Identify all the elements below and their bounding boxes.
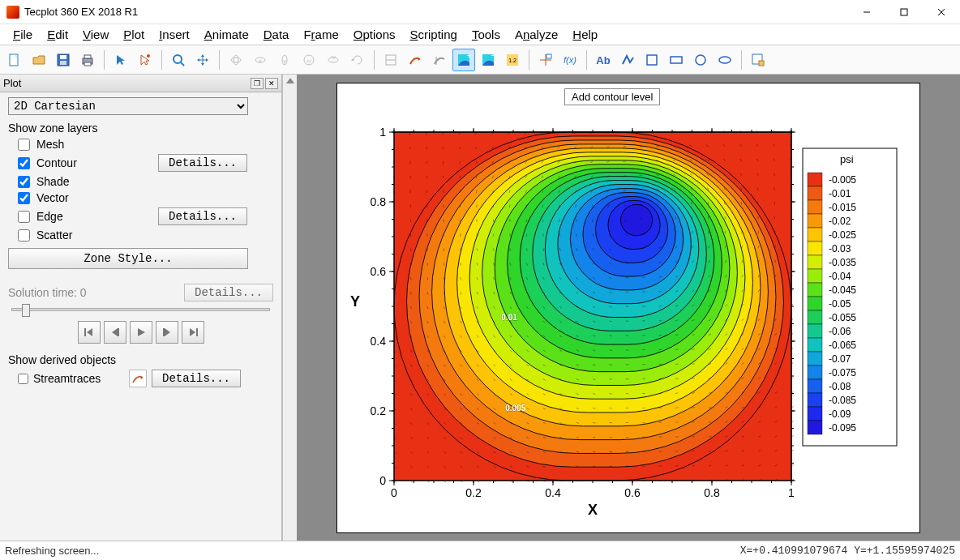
square-tool[interactable] (641, 49, 663, 71)
plot-canvas-area: Add contour level 0.010.00500.20.40.60.8… (297, 75, 960, 541)
menu-options[interactable]: Options (347, 26, 402, 43)
svg-text:-0.09: -0.09 (829, 408, 851, 420)
menu-scripting[interactable]: Scripting (404, 26, 464, 43)
streamtrace-icon[interactable] (129, 370, 147, 387)
svg-point-16 (231, 58, 241, 62)
svg-text:0.6: 0.6 (371, 265, 387, 278)
text-tool[interactable]: Ab (592, 49, 615, 71)
zone-style-button[interactable]: Zone Style... (8, 248, 248, 269)
save-button[interactable] (52, 49, 75, 71)
svg-text:0.2: 0.2 (371, 404, 387, 417)
svg-rect-875 (808, 393, 822, 407)
plot-type-select[interactable]: 2D Cartesian (8, 97, 248, 115)
mesh-checkbox[interactable] (18, 139, 30, 151)
new-layout-button[interactable] (3, 49, 26, 71)
solution-time-label: Solution time: 0 (8, 286, 184, 299)
translate-tool[interactable] (191, 49, 214, 71)
svg-text:-0.025: -0.025 (829, 229, 856, 241)
rotate-z-tool[interactable]: xy (322, 49, 345, 71)
menu-frame[interactable]: Frame (297, 26, 345, 43)
panel-float-button[interactable]: ❐ (251, 78, 264, 89)
rectangle-tool[interactable] (665, 49, 688, 71)
probe-tool[interactable] (534, 49, 557, 71)
contour-label: Contour (36, 156, 158, 169)
select-tool[interactable] (109, 49, 132, 71)
rotate-x-tool[interactable]: x (249, 49, 272, 71)
circle-tool[interactable] (689, 49, 712, 71)
menu-animate[interactable]: Animate (198, 26, 255, 43)
edge-details-button[interactable]: Details... (158, 207, 247, 225)
rotate-tool[interactable] (225, 49, 247, 71)
playback-first[interactable] (78, 321, 101, 344)
svg-rect-865 (808, 324, 822, 338)
adjust-tool[interactable] (134, 49, 156, 71)
svg-point-42 (696, 55, 705, 65)
plot-frame[interactable]: Add contour level 0.010.00500.20.40.60.8… (336, 83, 920, 533)
scatter-checkbox[interactable] (18, 229, 30, 242)
menu-plot[interactable]: Plot (117, 26, 151, 43)
contour-labels-tool[interactable]: 1.2 (501, 49, 524, 71)
playback-play[interactable] (130, 321, 152, 344)
svg-text:-0.03: -0.03 (829, 243, 851, 254)
playback-next[interactable] (156, 321, 178, 344)
print-button[interactable] (76, 49, 99, 71)
menu-data[interactable]: Data (257, 26, 296, 43)
menu-insert[interactable]: Insert (152, 26, 196, 43)
time-slider[interactable] (11, 308, 270, 311)
new-frame-tool[interactable] (747, 49, 769, 71)
svg-text:-0.035: -0.035 (829, 257, 856, 268)
minimize-button[interactable] (848, 0, 885, 24)
streamtraces-checkbox[interactable] (18, 374, 28, 384)
tool-tooltip: Add contour level (564, 88, 660, 105)
remove-contour-level-tool[interactable]: − (477, 49, 499, 71)
app-title: Tecplot 360 EX 2018 R1 (24, 6, 138, 18)
contour-details-button[interactable]: Details... (158, 154, 247, 172)
layer-contour-row: Contour Details... (18, 154, 273, 172)
menu-file[interactable]: File (6, 26, 39, 43)
close-button[interactable] (923, 0, 960, 24)
svg-rect-843 (808, 173, 822, 186)
svg-rect-859 (808, 283, 822, 297)
edge-checkbox[interactable] (18, 211, 30, 223)
playback-prev[interactable] (104, 321, 126, 344)
menu-edit[interactable]: Edit (41, 26, 75, 43)
svg-rect-45 (759, 61, 764, 66)
line-tool[interactable] (616, 49, 639, 71)
equation-tool[interactable]: f(x) (559, 49, 581, 71)
shade-checkbox[interactable] (18, 176, 30, 188)
svg-rect-857 (808, 269, 822, 283)
svg-text:x: x (259, 58, 262, 64)
streamtraces-details-button[interactable]: Details... (152, 370, 241, 387)
show-zone-layers-label: Show zone layers (8, 122, 273, 135)
menu-analyze[interactable]: Analyze (508, 26, 564, 43)
rotate-y-tool[interactable]: y (273, 49, 296, 71)
time-slider-thumb[interactable] (22, 304, 30, 317)
streamtrace-rake-tool[interactable] (428, 49, 451, 71)
svg-text:-0.045: -0.045 (829, 284, 856, 296)
svg-line-13 (181, 62, 184, 66)
rotate-xy-tool[interactable]: xy (298, 49, 320, 71)
menu-view[interactable]: View (76, 26, 115, 43)
solution-details-button[interactable]: Details... (184, 284, 273, 301)
contour-checkbox[interactable] (18, 157, 30, 169)
svg-text:0.8: 0.8 (704, 486, 720, 499)
maximize-button[interactable] (885, 0, 923, 24)
sidebar-splitter[interactable] (282, 75, 297, 541)
add-contour-level-tool[interactable]: + (452, 49, 475, 71)
playback-last[interactable] (182, 321, 204, 344)
menu-tools[interactable]: Tools (465, 26, 507, 43)
ellipse-tool[interactable] (714, 49, 736, 71)
menu-help[interactable]: Help (566, 26, 604, 43)
zoom-tool[interactable] (167, 49, 190, 71)
contour-plot[interactable]: 0.010.00500.20.40.60.8100.20.40.60.81XYp… (337, 83, 921, 534)
streamtraces-row: Streamtraces Details... (18, 370, 273, 387)
plot-sidebar: Plot ❐ ✕ 2D Cartesian Show zone layers M… (0, 75, 282, 541)
svg-rect-845 (808, 186, 822, 200)
panel-close-button[interactable]: ✕ (265, 78, 278, 89)
panel-titlebar[interactable]: Plot ❐ ✕ (0, 75, 281, 92)
vector-checkbox[interactable] (18, 192, 30, 204)
slice-tool[interactable] (379, 49, 402, 71)
open-layout-button[interactable] (28, 49, 50, 71)
rotate-twist-tool[interactable] (346, 49, 369, 71)
streamtrace-tool[interactable] (404, 49, 426, 71)
